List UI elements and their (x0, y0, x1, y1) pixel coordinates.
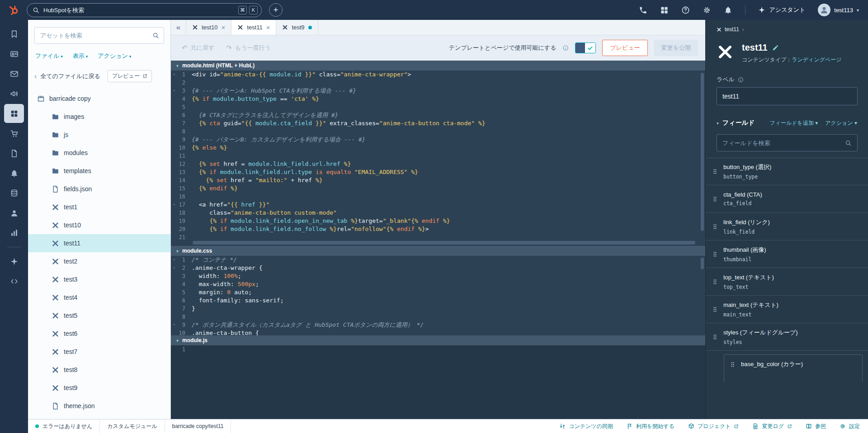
publish-button[interactable]: 変更を公開 (654, 40, 698, 56)
breadcrumb[interactable]: test11 › (706, 20, 868, 33)
finder-menu-0[interactable]: ファイル▾ (35, 52, 63, 60)
rail-item-data-management[interactable] (4, 184, 24, 202)
fold-icon[interactable]: ▾ (173, 87, 175, 95)
code-text (192, 313, 705, 321)
rail-item-content[interactable] (4, 144, 24, 163)
fold-icon[interactable]: ▾ (173, 256, 175, 264)
undo-label: 元に戻す (191, 44, 215, 52)
global-search-input[interactable] (43, 7, 234, 14)
fold-icon[interactable]: ▾ (173, 321, 175, 329)
tree-item-test1[interactable]: test1 (28, 198, 170, 216)
help-icon[interactable] (681, 6, 690, 14)
tab-test11[interactable]: test11× (231, 20, 276, 35)
fold-icon[interactable]: ▾ (173, 201, 175, 209)
rail-item-reporting[interactable] (4, 223, 24, 242)
global-search[interactable]: ⌘ K (27, 3, 262, 17)
create-button[interactable]: + (269, 3, 283, 17)
tree-item-theme.json[interactable]: theme.json (28, 397, 170, 415)
tree-item-test8[interactable]: test8 (28, 361, 170, 379)
tab-test9[interactable]: test9 (276, 20, 318, 35)
finder-menu-1[interactable]: 表示▾ (73, 52, 88, 60)
fold-icon[interactable]: ▾ (173, 71, 175, 79)
field-search[interactable] (717, 134, 858, 151)
tree-item-test5[interactable]: test5 (28, 306, 170, 325)
field-row-link_field[interactable]: link_field (リンク)link_field (706, 213, 868, 240)
marketplace-icon[interactable] (660, 6, 669, 14)
tree-item-modules[interactable]: modules (28, 144, 170, 162)
tree-item-templates[interactable]: templates (28, 162, 170, 180)
field-row-main_text[interactable]: main_text (テキスト)main_text (706, 296, 868, 323)
tree-item-test11[interactable]: test11 (28, 234, 170, 252)
status-link-book[interactable]: 参照 (806, 423, 826, 430)
rail-item-bookmarks[interactable] (4, 24, 24, 43)
rail-item-service[interactable] (4, 203, 24, 222)
tree-item-test7[interactable]: test7 (28, 343, 170, 361)
rail-item-commerce[interactable] (4, 124, 24, 143)
rail-item-design-tools[interactable] (4, 104, 24, 123)
module-label-input[interactable] (717, 87, 858, 105)
sidebar-preview-button[interactable]: プレビュー (108, 70, 152, 82)
collapse-tabs-button[interactable]: « (171, 20, 186, 35)
field-row-base_bg_color[interactable]: base_bg_color (カラー) (730, 360, 857, 368)
status-link-flag[interactable]: 利用を開始する (627, 423, 675, 430)
account-menu[interactable]: test113 ▾ (818, 4, 859, 16)
undo-button[interactable]: ↶ 元に戻す (182, 44, 214, 52)
rail-item-alerts[interactable] (4, 164, 24, 183)
status-link-sync[interactable]: コンテンツの同期 (559, 423, 613, 430)
asset-search[interactable] (34, 27, 164, 44)
fold-icon[interactable]: ▾ (173, 264, 175, 272)
rail-item-development[interactable] (4, 272, 24, 291)
tree-item-test9[interactable]: test9 (28, 379, 170, 397)
rail-item-campaigns[interactable] (4, 84, 24, 103)
section-header-0[interactable]: ▾module.html (HTML + HubL) (171, 61, 705, 71)
status-link-doc-lines[interactable]: 変更ログ (752, 423, 792, 430)
tree-item-test2[interactable]: test2 (28, 252, 170, 270)
tree-item-fields.json[interactable]: fields.json (28, 180, 170, 198)
code-area-1[interactable]: ▾1/* コンテナ */▾2.anime-cta-wrapper {3 widt… (171, 256, 705, 335)
vertical-scrollbar[interactable] (701, 258, 704, 269)
close-tab-icon[interactable]: × (266, 24, 270, 31)
vertical-scrollbar[interactable] (701, 73, 704, 231)
section-header-2[interactable]: ▾module.js (171, 335, 705, 345)
tree-item-images[interactable]: images (28, 108, 170, 126)
settings-icon[interactable] (703, 6, 711, 14)
field-actions-link[interactable]: アクション ▾ (825, 119, 857, 127)
field-row-styles[interactable]: styles (フィールドグループ)styles (706, 323, 868, 351)
edit-title-icon[interactable] (772, 44, 779, 51)
tree-item-test10[interactable]: test10 (28, 216, 170, 234)
rail-item-ai-tools[interactable] (4, 252, 24, 271)
code-area-0[interactable]: ▾1<div id="anime-cta-{{ module.id }}" cl… (171, 71, 705, 246)
content-type-link[interactable]: ランディングページ (792, 56, 841, 63)
asset-search-input[interactable] (40, 32, 152, 39)
tab-test10[interactable]: test10× (186, 20, 231, 35)
status-link-cube[interactable]: プロジェクト (688, 423, 739, 430)
field-row-button_type[interactable]: button_type (選択)button_type (706, 158, 868, 185)
rail-item-crm[interactable] (4, 44, 24, 63)
section-header-1[interactable]: ▾module.css (171, 246, 705, 256)
tree-item-test6[interactable]: test6 (28, 325, 170, 343)
hubspot-logo-icon[interactable] (7, 4, 19, 16)
tree-item-js[interactable]: js (28, 126, 170, 144)
assistant-button[interactable]: アシスタント (758, 6, 805, 14)
tree-root[interactable]: barricade copy (28, 89, 170, 108)
add-field-link[interactable]: フィールドを追加 ▾ (769, 119, 818, 127)
field-row-cta_field[interactable]: cta_field (CTA)cta_field (706, 185, 868, 213)
field-row-top_text[interactable]: top_text (テキスト)top_text (706, 268, 868, 296)
notifications-icon[interactable] (724, 6, 732, 14)
close-tab-icon[interactable]: × (221, 24, 225, 31)
chevron-down-icon[interactable]: ▾ (717, 121, 719, 126)
finder-menu-2[interactable]: アクション▾ (98, 52, 131, 60)
status-link-gear[interactable]: 設定 (840, 423, 860, 430)
preview-button[interactable]: プレビュー (602, 40, 647, 56)
code-area-2[interactable]: 1 (171, 345, 705, 419)
tree-item-test3[interactable]: test3 (28, 270, 170, 288)
available-toggle[interactable] (575, 42, 596, 53)
field-search-input[interactable] (722, 140, 845, 146)
field-row-thumbnail[interactable]: thumbnail (画像)thumbnail (706, 240, 868, 268)
tree-item-test4[interactable]: test4 (28, 288, 170, 306)
horizontal-scrollbar[interactable] (193, 241, 695, 245)
calling-icon[interactable] (639, 6, 647, 14)
rail-item-marketing-email[interactable] (4, 64, 24, 83)
back-to-files-link[interactable]: 全てのファイルに戻る (40, 72, 100, 80)
redo-button[interactable]: ↷ もう一度行う (226, 44, 271, 52)
